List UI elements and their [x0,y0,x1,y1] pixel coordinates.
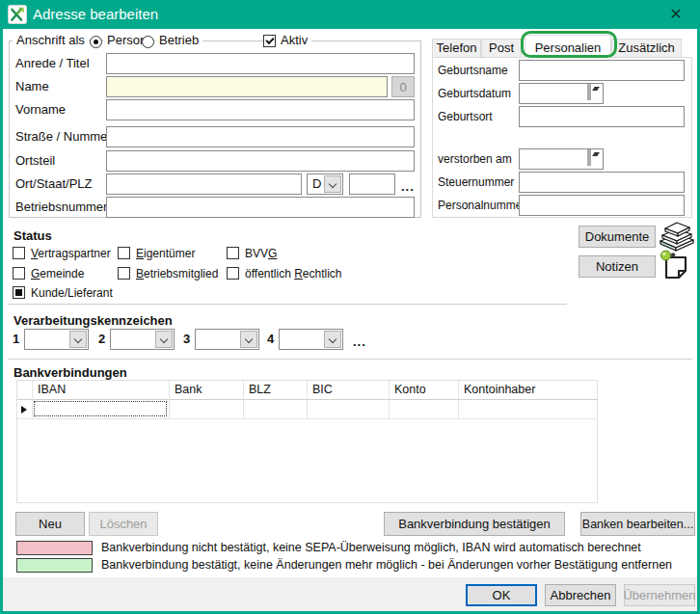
tab-post[interactable]: Post [481,39,522,57]
geburtsdatum-label: Geburtsdatum [438,83,511,104]
address-group-legend: Anschrift als [13,33,89,48]
personalnummer-input[interactable] [519,195,685,216]
ortsteil-label: Ortsteil [15,150,55,172]
checkbox-box [227,247,239,259]
column-header-bic[interactable]: BIC [308,381,390,400]
checkbox-label: öffentlich Rechtlich [245,263,342,284]
slot4-label: 4 [267,329,274,350]
legend-text-pink: Bankverbindung nicht bestätigt, keine SE… [101,540,641,555]
country-combo-button[interactable] [324,175,341,193]
tab-zusaetzlich[interactable]: Zusätzlich [611,39,682,57]
steuernummer-input[interactable] [519,172,685,193]
legend-swatch-green [16,558,93,573]
slot2-label: 2 [98,329,105,350]
loeschen-button[interactable]: Löschen [89,512,158,536]
slot1-combo-button[interactable] [69,331,87,348]
cell-kontoinhaber[interactable] [459,400,598,419]
checkbox-label: Betriebsmitglied [136,263,218,284]
abbrechen-button[interactable]: Abbrechen [545,584,616,606]
banken-bearbeiten-button[interactable]: Banken bearbeiten... [580,512,695,536]
country-combo[interactable]: D [307,174,343,195]
checkbox-aktiv-box [263,35,276,47]
name-counter-button[interactable]: 0 [391,76,415,97]
legend-text-green: Bankverbindung bestätigt, keine Änderung… [101,557,672,573]
tab-telefon[interactable]: Telefon [432,39,481,57]
slot4-combo[interactable] [279,329,343,350]
anrede-input[interactable] [106,53,415,74]
ort-staat-plz-label: Ort/Staat/PLZ [15,174,92,195]
chevron-down-icon [160,335,168,343]
geburtsort-label: Geburtsort [438,106,493,127]
plz-browse-button[interactable]: ... [401,179,415,194]
notizen-button[interactable]: Notizen [579,255,656,278]
checkbox-box [118,267,130,280]
tab-personalien[interactable]: Personalien [525,35,611,58]
strasse-input[interactable] [106,126,415,147]
cell-blz[interactable] [244,400,308,419]
title-bar: Adresse bearbeiten ✕ [0,0,700,29]
legend-swatch-pink [16,541,93,555]
dokumente-button[interactable]: Dokumente [579,226,656,248]
chevron-down-icon [329,180,337,188]
radio-betrieb-circle [142,36,154,48]
slot1-combo[interactable] [24,329,89,350]
anrede-label: Anrede / Titel [15,53,90,74]
column-header-konto[interactable]: Konto [390,381,459,400]
chevron-down-icon [245,335,253,343]
slot3-combo[interactable] [195,329,259,350]
slot2-combo-button[interactable] [155,331,173,348]
verstorben-spinner[interactable] [587,150,602,166]
column-header-bank[interactable]: Bank [170,381,244,400]
row-selector[interactable] [17,400,33,419]
cell-bic[interactable] [308,400,390,419]
slot3-label: 3 [183,329,190,350]
column-header-blz[interactable]: BLZ [244,381,308,400]
geburtsdatum-spinner[interactable] [587,85,602,100]
cell-bank[interactable] [170,400,244,419]
dialog-window: Adresse bearbeiten ✕ Anschrift als Perso… [0,0,700,614]
verstorben-label: verstorben am [438,148,512,170]
column-header-selector[interactable] [17,381,33,400]
app-icon [8,5,27,24]
cell-konto[interactable] [390,400,459,419]
radio-person-circle [90,36,102,48]
more-slots-button[interactable]: ... [353,334,366,349]
bank-table: IBAN Bank BLZ BIC Konto Kontoinhaber [16,380,598,503]
bankverbindung-bestaetigen-button[interactable]: Bankverbindung bestätigen [384,512,565,536]
checkbox-box [13,267,25,280]
checkbox-label: Gemeinde [31,263,84,284]
name-label: Name [15,76,49,97]
name-input[interactable] [106,76,388,97]
cell-iban[interactable] [33,400,170,419]
neu-button[interactable]: Neu [15,512,85,536]
betriebsnummer-input[interactable] [106,197,415,218]
selected-cell-outline [34,401,167,416]
vorname-label: Vorname [15,99,66,120]
note-icon [660,250,692,282]
chevron-down-icon [74,335,82,343]
column-header-kontoinhaber[interactable]: Kontoinhaber [459,381,598,400]
slot3-combo-button[interactable] [240,331,257,348]
plz-input[interactable] [349,174,395,195]
ok-button[interactable]: OK [466,584,537,606]
checkbox-label: Vertragspartner [31,243,111,264]
uebernehmen-button[interactable]: Übernehmen [624,584,695,606]
checkbox-box [118,247,130,259]
geburtsname-input[interactable] [519,60,685,81]
slot2-combo[interactable] [110,329,175,350]
checkbox-label: BVVG [245,243,277,264]
geburtsort-input[interactable] [519,106,685,127]
column-header-iban[interactable]: IBAN [33,381,170,400]
vorname-input[interactable] [106,99,415,120]
ort-input[interactable] [106,174,302,195]
checkbox-label: Eigentümer [136,243,195,264]
window-title: Adresse bearbeiten [33,0,158,29]
geburtsname-label: Geburtsname [438,60,508,81]
close-icon[interactable]: ✕ [663,4,688,25]
ortsteil-input[interactable] [106,150,415,172]
slot4-combo-button[interactable] [324,331,341,348]
row-selector-icon [21,406,27,414]
checkbox-box [227,267,239,280]
chevron-down-icon [329,335,337,343]
spinner-down-icon [589,149,591,166]
